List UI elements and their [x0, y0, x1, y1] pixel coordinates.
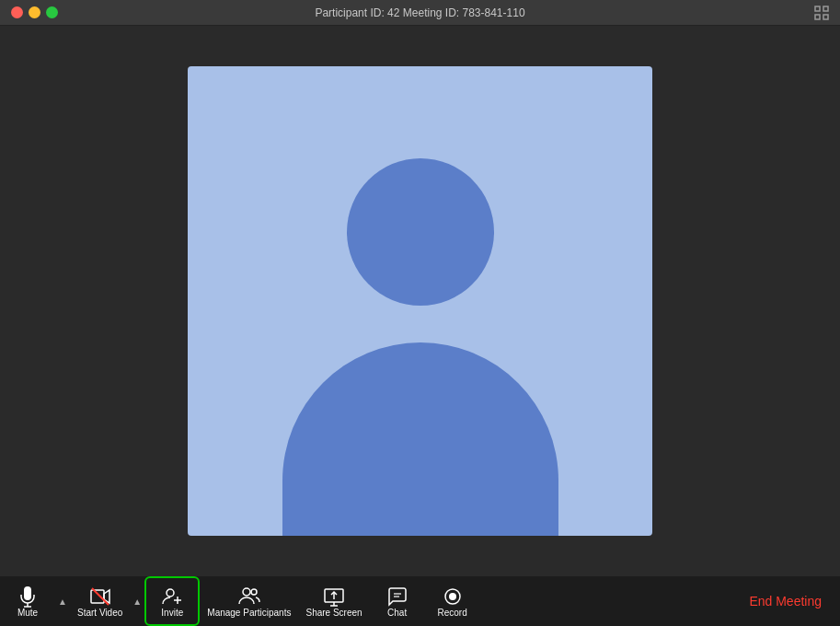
chat-icon: [386, 585, 408, 608]
video-chevron[interactable]: ▲: [130, 576, 144, 626]
svg-rect-1: [823, 6, 828, 11]
invite-button[interactable]: Invite: [144, 576, 200, 626]
share-screen-icon: [323, 585, 345, 608]
record-icon: [442, 585, 464, 608]
titlebar: Participant ID: 42 Meeting ID: 783-841-1…: [0, 0, 840, 26]
record-button[interactable]: Record: [425, 576, 480, 626]
mute-chevron[interactable]: ▲: [55, 576, 70, 626]
end-meeting-button[interactable]: End Meeting: [731, 576, 840, 626]
svg-rect-2: [815, 15, 820, 19]
fullscreen-icon: [814, 6, 829, 20]
chat-button[interactable]: Chat: [370, 576, 425, 626]
close-button[interactable]: [11, 6, 23, 18]
svg-point-13: [251, 589, 257, 595]
toolbar: Mute ▲ Start Video ▲ Invite Manage Part: [0, 576, 840, 626]
svg-rect-6: [91, 590, 104, 603]
svg-point-21: [449, 593, 456, 600]
video-tile: [188, 66, 652, 536]
mute-label: Mute: [17, 608, 38, 618]
svg-rect-3: [823, 15, 828, 19]
maximize-button[interactable]: [46, 6, 58, 18]
chat-label: Chat: [387, 608, 407, 618]
manage-participants-button[interactable]: Manage Participants: [200, 576, 298, 626]
minimize-button[interactable]: [29, 6, 40, 18]
manage-participants-label: Manage Participants: [207, 608, 291, 618]
video-icon: [89, 585, 111, 608]
participants-icon: [238, 585, 260, 608]
svg-point-12: [243, 588, 250, 596]
mute-button[interactable]: Mute: [0, 576, 55, 626]
svg-rect-0: [815, 6, 820, 11]
avatar-body: [282, 342, 558, 536]
main-content: [0, 26, 840, 576]
start-video-label: Start Video: [77, 608, 122, 618]
share-screen-label: Share Screen: [305, 608, 362, 618]
invite-icon: [161, 585, 183, 608]
traffic-lights: [11, 6, 58, 18]
end-meeting-label: End Meeting: [749, 594, 822, 609]
invite-label: Invite: [161, 608, 183, 618]
avatar-head: [347, 158, 494, 306]
mute-icon: [17, 585, 39, 608]
avatar-container: [188, 66, 652, 536]
svg-point-9: [167, 589, 174, 597]
start-video-button[interactable]: Start Video: [70, 576, 130, 626]
titlebar-text: Participant ID: 42 Meeting ID: 783-841-1…: [315, 6, 524, 19]
share-screen-button[interactable]: Share Screen: [298, 576, 369, 626]
record-label: Record: [438, 608, 467, 618]
fullscreen-button[interactable]: [812, 4, 831, 22]
